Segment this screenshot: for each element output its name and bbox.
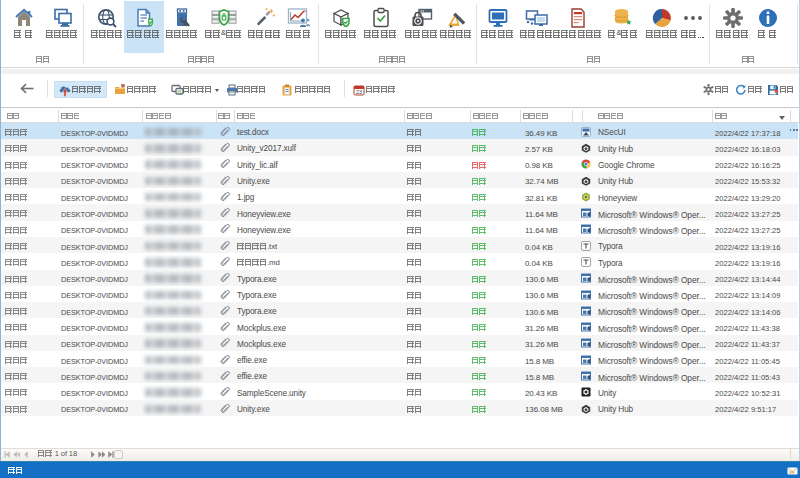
svg-text:23: 23 — [356, 89, 362, 95]
